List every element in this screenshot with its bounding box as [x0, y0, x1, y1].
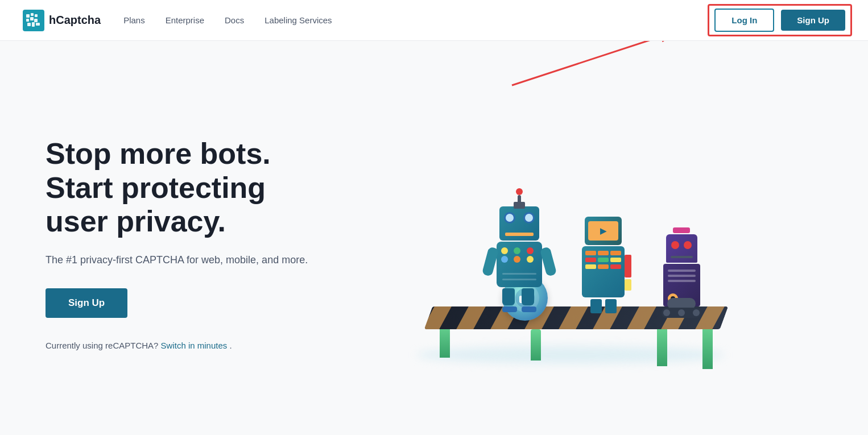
- svg-rect-4: [30, 17, 34, 20]
- robot1-foot-left: [502, 306, 517, 312]
- robot2-btn-9: [610, 264, 621, 269]
- main-content: Stop more bots. Start protecting user pr…: [0, 41, 868, 435]
- robot3-eyes: [666, 241, 697, 249]
- robot3-detail: [668, 270, 696, 282]
- nav-enterprise[interactable]: Enterprise: [166, 15, 204, 25]
- robot2-leg-left: [590, 299, 602, 313]
- robot1-eye-left: [504, 212, 515, 223]
- svg-rect-8: [32, 22, 35, 27]
- svg-rect-9: [36, 23, 40, 26]
- logo[interactable]: hCaptcha: [23, 10, 101, 31]
- robot3-head: [666, 234, 697, 263]
- switch-suffix: .: [229, 341, 232, 350]
- nav-labeling-services[interactable]: Labeling Services: [264, 15, 332, 25]
- robot1-panel: [501, 247, 538, 263]
- robot2-row-1: [585, 251, 621, 255]
- svg-rect-7: [27, 23, 31, 26]
- robot2-row-3: [585, 264, 621, 269]
- robot2-row-2: [585, 258, 621, 262]
- svg-rect-0: [23, 10, 44, 31]
- robot3-mouth: [671, 256, 693, 258]
- robot1-body: [497, 242, 542, 287]
- robot2-screen: ▶: [588, 221, 618, 241]
- robot1-leg-left: [502, 288, 515, 305]
- recaptcha-text: Currently using reCAPTCHA?: [46, 341, 158, 350]
- robot2-btn-3: [610, 251, 621, 255]
- login-button[interactable]: Log In: [714, 9, 774, 32]
- conveyor-support-4: [702, 324, 713, 369]
- signup-nav-button[interactable]: Sign Up: [781, 10, 845, 31]
- nav-links: Plans Enterprise Docs Labeling Services: [123, 15, 714, 25]
- nav-actions: Log In Sign Up: [714, 9, 845, 32]
- robot1-led-4: [501, 256, 508, 263]
- ground-shadow: [417, 346, 724, 363]
- robot-1: [497, 192, 542, 312]
- svg-rect-2: [31, 13, 34, 16]
- robot1-foot-right: [522, 306, 536, 312]
- robot3-hat: [673, 227, 690, 233]
- hero-signup-button[interactable]: Sign Up: [46, 288, 127, 318]
- robot1-head: [499, 206, 539, 241]
- robot2-controls: [585, 251, 621, 271]
- robot1-led-3: [527, 247, 534, 254]
- robot2-btn-8: [598, 264, 609, 269]
- conveyor-support-2: [531, 329, 541, 361]
- hero-section: Stop more bots. Start protecting user pr…: [46, 126, 319, 350]
- hero-subheading: The #1 privacy-first CAPTCHA for web, mo…: [46, 252, 319, 268]
- robot1-led-2: [514, 247, 520, 254]
- robot2-btn-5: [598, 258, 609, 262]
- robot2-head: ▶: [585, 217, 622, 245]
- robot2-legs: [582, 299, 625, 313]
- robot3-eye-left: [671, 241, 679, 249]
- nav-plans[interactable]: Plans: [123, 15, 145, 25]
- robot1-leg-right: [522, 288, 534, 305]
- robot2-btn-1: [585, 251, 596, 255]
- robot3-treads: [662, 308, 701, 318]
- robot1-mouth: [505, 233, 534, 236]
- hcaptcha-logo-icon: [23, 10, 44, 31]
- robot3-body: [663, 264, 700, 306]
- robot1-eye-right: [523, 212, 535, 223]
- robot2-body: [582, 246, 625, 297]
- robot2-btn-4: [585, 258, 596, 262]
- robot1-antenna-ball: [516, 188, 523, 195]
- recaptcha-notice: Currently using reCAPTCHA? Switch in min…: [46, 341, 319, 350]
- svg-rect-1: [26, 14, 30, 18]
- robot2-btn-2: [598, 251, 609, 255]
- svg-rect-5: [35, 14, 38, 17]
- robot1-legs: [497, 288, 542, 312]
- navbar: hCaptcha Plans Enterprise Docs Labeling …: [0, 0, 868, 41]
- svg-rect-3: [26, 19, 29, 22]
- switch-link[interactable]: Switch in minutes: [161, 341, 228, 350]
- robot1-arm-left: [482, 246, 499, 276]
- robot-3: [662, 227, 701, 318]
- hero-illustration: ▶: [319, 125, 822, 375]
- hero-heading: Stop more bots. Start protecting user pr…: [46, 137, 319, 239]
- robot2-btn-7: [585, 264, 596, 269]
- nav-docs[interactable]: Docs: [225, 15, 244, 25]
- robot-scene: ▶: [406, 125, 735, 375]
- robot1-led-6: [527, 256, 534, 263]
- brand-name: hCaptcha: [49, 14, 101, 27]
- robot1-led-5: [514, 256, 520, 263]
- robot3-eye-right: [684, 241, 692, 249]
- robot-2: ▶: [582, 217, 625, 313]
- robot2-leg-right: [605, 299, 617, 313]
- robot1-arm-right: [540, 246, 557, 276]
- conveyor-support-3: [657, 326, 667, 366]
- svg-rect-6: [34, 19, 38, 22]
- robot2-btn-6: [610, 258, 621, 262]
- robot1-led-1: [501, 247, 508, 254]
